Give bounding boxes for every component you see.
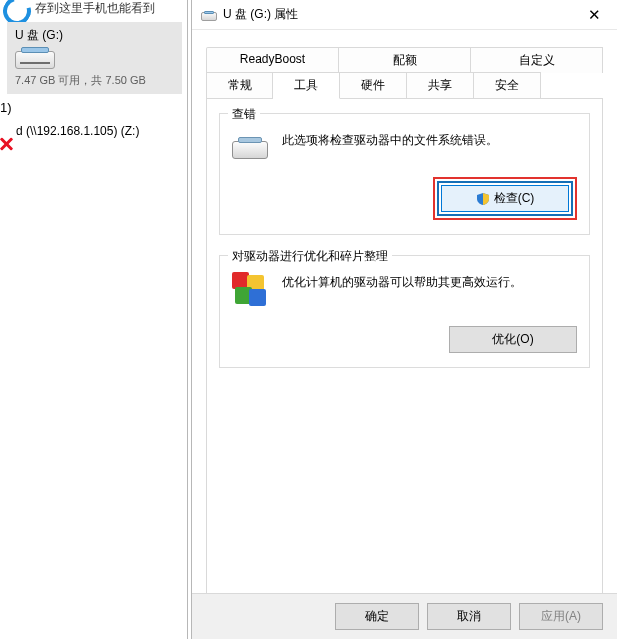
tab-panel-tools: 查错 此选项将检查驱动器中的文件系统错误。 检查(C)	[206, 98, 603, 630]
apply-button[interactable]: 应用(A)	[519, 603, 603, 630]
hint-text: 存到这里手机也能看到	[35, 0, 155, 17]
usb-drive-icon	[15, 45, 55, 69]
fieldset-defrag: 对驱动器进行优化和碎片整理 优化计算机的驱动器可以帮助其更高效运行。 优化(O)	[219, 255, 590, 368]
ok-button[interactable]: 确定	[335, 603, 419, 630]
section-label: 1)	[0, 100, 12, 115]
title-bar: U 盘 (G:) 属性 ✕	[192, 0, 617, 30]
tab-sharing[interactable]: 共享	[407, 72, 474, 98]
tab-general[interactable]: 常规	[206, 72, 273, 98]
properties-dialog: U 盘 (G:) 属性 ✕ ReadyBoost 配额 自定义 常规 工具 硬件…	[191, 0, 617, 639]
drive-title: U 盘 (G:)	[15, 27, 63, 44]
tab-readyboost[interactable]: ReadyBoost	[206, 47, 339, 73]
close-button[interactable]: ✕	[571, 0, 617, 30]
disconnected-icon	[0, 136, 14, 152]
dialog-footer: 确定 取消 应用(A)	[192, 593, 617, 639]
legend-defrag: 对驱动器进行优化和碎片整理	[228, 248, 392, 265]
tab-quota[interactable]: 配额	[339, 47, 471, 73]
tab-custom[interactable]: 自定义	[471, 47, 603, 73]
check-button-label: 检查(C)	[494, 190, 535, 207]
shield-icon	[476, 192, 490, 206]
optimize-button[interactable]: 优化(O)	[449, 326, 577, 353]
drive-icon	[201, 9, 217, 21]
drive-icon	[232, 135, 268, 159]
drive-subtitle: 7.47 GB 可用，共 7.50 GB	[15, 73, 146, 88]
tab-tools[interactable]: 工具	[273, 72, 340, 99]
legend-check-error: 查错	[228, 106, 260, 123]
drive-card-usb[interactable]: U 盘 (G:) 7.47 GB 可用，共 7.50 GB	[7, 22, 182, 94]
tab-hardware[interactable]: 硬件	[340, 72, 407, 98]
fieldset-check-error: 查错 此选项将检查驱动器中的文件系统错误。 检查(C)	[219, 113, 590, 235]
defrag-icon	[232, 272, 268, 308]
defrag-desc: 优化计算机的驱动器可以帮助其更高效运行。	[282, 272, 522, 291]
dialog-title: U 盘 (G:) 属性	[223, 6, 298, 23]
check-error-desc: 此选项将检查驱动器中的文件系统错误。	[282, 130, 498, 149]
network-drive-item[interactable]: d (\\192.168.1.105) (Z:)	[16, 124, 139, 138]
check-button[interactable]: 检查(C)	[441, 185, 569, 212]
tab-security[interactable]: 安全	[474, 72, 541, 98]
cancel-button[interactable]: 取消	[427, 603, 511, 630]
network-drive-label: d (\\192.168.1.105) (Z:)	[16, 124, 139, 138]
